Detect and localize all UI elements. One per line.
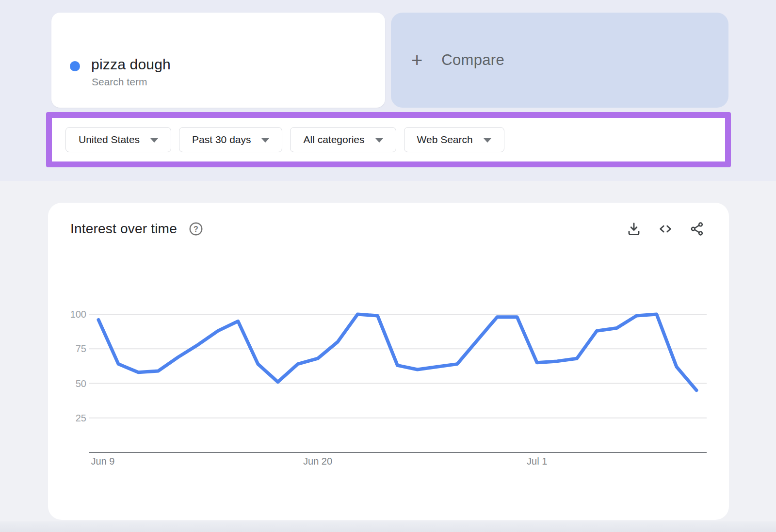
google-trends-page: pizza dough Search term + Compare United…: [0, 0, 776, 532]
share-button[interactable]: [689, 221, 705, 237]
help-button[interactable]: ?: [188, 221, 204, 237]
chart-actions: [626, 221, 705, 237]
chart-header: Interest over time ?: [70, 219, 705, 239]
chevron-down-icon: [484, 138, 491, 143]
series-color-dot: [70, 61, 80, 71]
svg-text:50: 50: [76, 378, 86, 389]
search-type-filter-label: Web Search: [417, 134, 473, 145]
chevron-down-icon: [375, 138, 383, 143]
svg-text:Jun 9: Jun 9: [91, 456, 115, 467]
bottom-background-strip: [0, 521, 776, 532]
filter-bar-highlight-box: United States Past 30 days All categorie…: [46, 112, 731, 167]
svg-text:Jul 1: Jul 1: [527, 456, 547, 467]
plus-icon: +: [411, 50, 422, 70]
region-filter-label: United States: [79, 134, 140, 145]
code-icon: [658, 221, 673, 237]
chart-title: Interest over time: [70, 221, 177, 237]
compare-label: Compare: [441, 51, 504, 69]
svg-text:Jun 20: Jun 20: [303, 456, 332, 467]
svg-text:75: 75: [76, 343, 86, 354]
question-mark-icon: ?: [188, 221, 204, 237]
interest-over-time-card: 100755025Jun 9Jun 20Jul 1 Interest over …: [48, 203, 729, 520]
interest-over-time-chart: 100755025Jun 9Jun 20Jul 1: [48, 203, 729, 520]
search-term-text: pizza dough: [91, 56, 171, 73]
embed-button[interactable]: [658, 221, 673, 237]
time-range-filter-dropdown[interactable]: Past 30 days: [179, 127, 282, 152]
search-term-type-label: Search term: [92, 76, 147, 88]
category-filter-label: All categories: [303, 134, 364, 145]
chevron-down-icon: [150, 138, 158, 143]
search-type-filter-dropdown[interactable]: Web Search: [404, 127, 504, 152]
svg-text:?: ?: [194, 225, 198, 233]
region-filter-dropdown[interactable]: United States: [65, 127, 171, 152]
search-term-card[interactable]: pizza dough Search term: [51, 13, 385, 108]
share-icon: [689, 221, 705, 237]
time-range-filter-label: Past 30 days: [192, 134, 251, 145]
svg-text:100: 100: [70, 309, 86, 320]
svg-text:25: 25: [76, 413, 86, 423]
download-icon: [626, 221, 642, 237]
category-filter-dropdown[interactable]: All categories: [290, 127, 396, 152]
chevron-down-icon: [261, 138, 269, 143]
compare-button[interactable]: + Compare: [391, 13, 728, 108]
download-button[interactable]: [626, 221, 642, 237]
